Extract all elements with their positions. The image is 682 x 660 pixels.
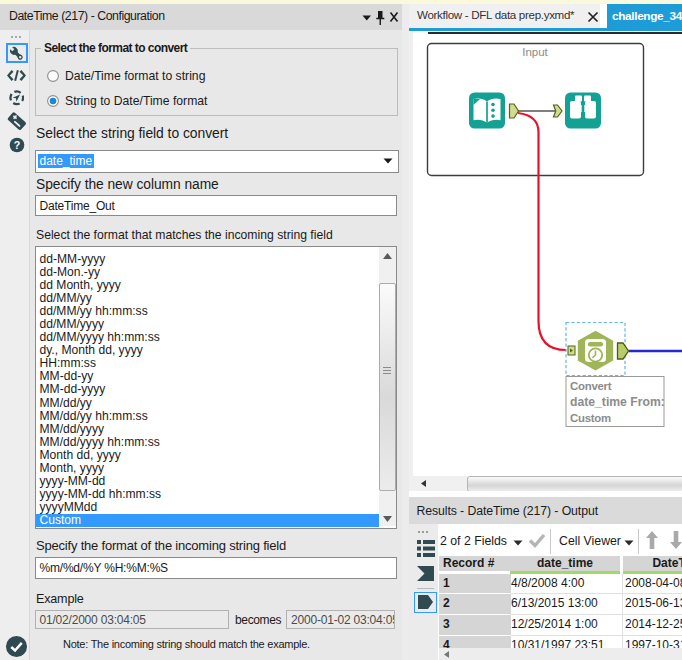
svg-text:date_time From:: date_time From: <box>570 395 665 409</box>
svg-text:Convert: Convert <box>570 380 612 392</box>
svg-text:?: ? <box>13 139 20 151</box>
svg-text:Input: Input <box>522 46 548 58</box>
svg-text:Custom: Custom <box>570 412 611 424</box>
